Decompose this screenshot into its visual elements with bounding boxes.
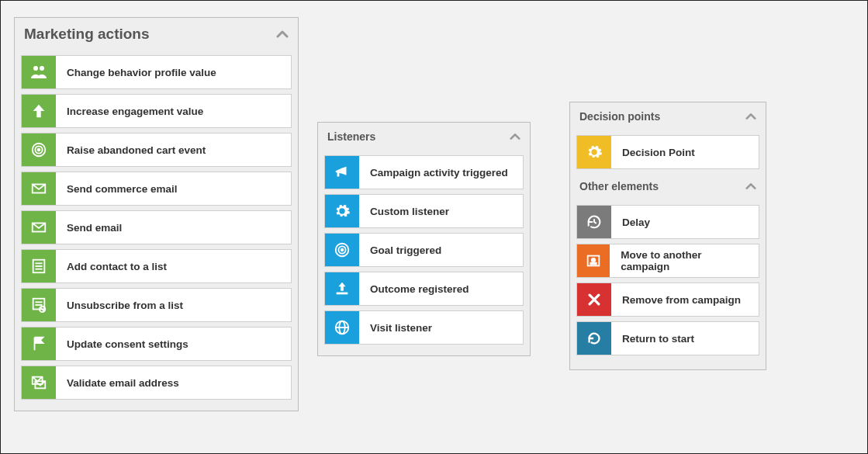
panel-title: Other elements [579, 180, 659, 192]
svg-point-1 [40, 66, 44, 71]
other-remove-from-campaign[interactable]: Remove from campaign [576, 282, 759, 317]
panel-header-marketing-actions[interactable]: Marketing actions [15, 18, 298, 49]
gear-icon [325, 195, 359, 227]
action-label: Increase engagement value [56, 106, 214, 117]
listener-label: Goal triggered [359, 244, 452, 256]
listener-visit-listener[interactable]: Visit listener [324, 310, 524, 345]
action-label: Add contact to a list [56, 261, 178, 272]
action-send-email[interactable]: Send email [21, 210, 292, 244]
envelope-icon [22, 211, 56, 244]
target-icon [22, 133, 56, 166]
listener-campaign-activity-triggered[interactable]: Campaign activity triggered [324, 155, 524, 189]
chevron-up-icon[interactable] [276, 28, 289, 40]
action-label: Change behavior profile value [56, 67, 227, 78]
users-icon [22, 56, 56, 88]
svg-rect-22 [337, 293, 348, 295]
list-icon [22, 250, 56, 282]
action-update-consent-settings[interactable]: Update consent settings [21, 327, 292, 361]
action-send-commerce-email[interactable]: Send commerce email [21, 172, 292, 206]
action-label: Send commerce email [56, 183, 188, 195]
move-icon [577, 244, 610, 277]
listener-custom-listener[interactable]: Custom listener [324, 194, 524, 228]
envelopes-icon [22, 366, 56, 399]
svg-rect-28 [590, 263, 596, 265]
envelope-icon [22, 172, 56, 205]
gear-icon [577, 136, 611, 168]
panel-body: Campaign activity triggered Custom liste… [318, 149, 530, 355]
chevron-up-icon[interactable] [745, 181, 756, 192]
action-validate-email-address[interactable]: Validate email address [21, 366, 292, 400]
globe-icon [325, 311, 359, 344]
restart-icon [577, 322, 611, 355]
listener-label: Outcome registered [359, 283, 480, 295]
panel-header-listeners[interactable]: Listeners [318, 123, 530, 149]
panel-decision-points: Decision points Decision Point Other ele… [569, 102, 766, 370]
other-delay[interactable]: Delay [576, 205, 759, 239]
panel-body: Change behavior profile value Increase e… [15, 49, 298, 411]
svg-point-0 [33, 66, 38, 71]
svg-point-4 [38, 149, 40, 151]
decision-point-item[interactable]: Decision Point [576, 135, 759, 169]
other-return-to-start[interactable]: Return to start [576, 321, 759, 355]
panel-body: Delay Move to another campaign Remove fr… [570, 199, 766, 366]
panel-title: Listeners [327, 130, 375, 143]
action-label: Raise abandoned cart event [56, 144, 216, 156]
listener-outcome-registered[interactable]: Outcome registered [324, 272, 524, 306]
bullhorn-icon [325, 156, 359, 189]
listener-label: Visit listener [359, 322, 443, 334]
action-unsubscribe-from-list[interactable]: Unsubscribe from a list [21, 288, 292, 322]
action-label: Unsubscribe from a list [56, 300, 194, 311]
chevron-up-icon[interactable] [510, 131, 520, 142]
panel-body: Decision Point [570, 129, 766, 175]
arrow-up-icon [22, 95, 56, 127]
other-label: Delay [611, 217, 661, 228]
listener-goal-triggered[interactable]: Goal triggered [324, 233, 524, 267]
svg-rect-11 [33, 299, 45, 310]
list-cancel-icon [22, 289, 56, 321]
other-label: Remove from campaign [611, 294, 752, 306]
action-label: Send email [56, 222, 133, 234]
action-label: Update consent settings [56, 338, 199, 350]
decision-point-label: Decision Point [611, 147, 706, 158]
listener-label: Campaign activity triggered [359, 167, 519, 178]
other-label: Move to another campaign [610, 249, 759, 272]
history-icon [577, 206, 611, 238]
target-icon [325, 234, 359, 266]
svg-point-27 [592, 258, 596, 262]
panel-title: Decision points [579, 110, 660, 123]
action-add-contact-to-list[interactable]: Add contact to a list [21, 249, 292, 283]
action-label: Validate email address [56, 377, 190, 389]
panel-marketing-actions: Marketing actions Change behavior profil… [14, 17, 299, 411]
action-change-behavior-profile-value[interactable]: Change behavior profile value [21, 55, 292, 89]
close-icon [577, 283, 611, 316]
action-increase-engagement-value[interactable]: Increase engagement value [21, 94, 292, 128]
panel-header-other-elements[interactable]: Other elements [570, 175, 766, 199]
svg-rect-18 [337, 172, 340, 177]
other-label: Return to start [611, 333, 705, 345]
panel-header-decision-points[interactable]: Decision points [570, 102, 766, 129]
upload-icon [325, 272, 359, 305]
panel-listeners: Listeners Campaign activity triggered Cu… [317, 122, 531, 356]
svg-point-21 [341, 249, 344, 251]
other-move-to-another-campaign[interactable]: Move to another campaign [576, 244, 759, 278]
listener-label: Custom listener [359, 206, 460, 217]
canvas: Marketing actions Change behavior profil… [0, 0, 868, 454]
action-raise-abandoned-cart-event[interactable]: Raise abandoned cart event [21, 133, 292, 167]
panel-title: Marketing actions [24, 26, 150, 43]
flag-icon [22, 328, 56, 360]
chevron-up-icon[interactable] [745, 111, 756, 122]
